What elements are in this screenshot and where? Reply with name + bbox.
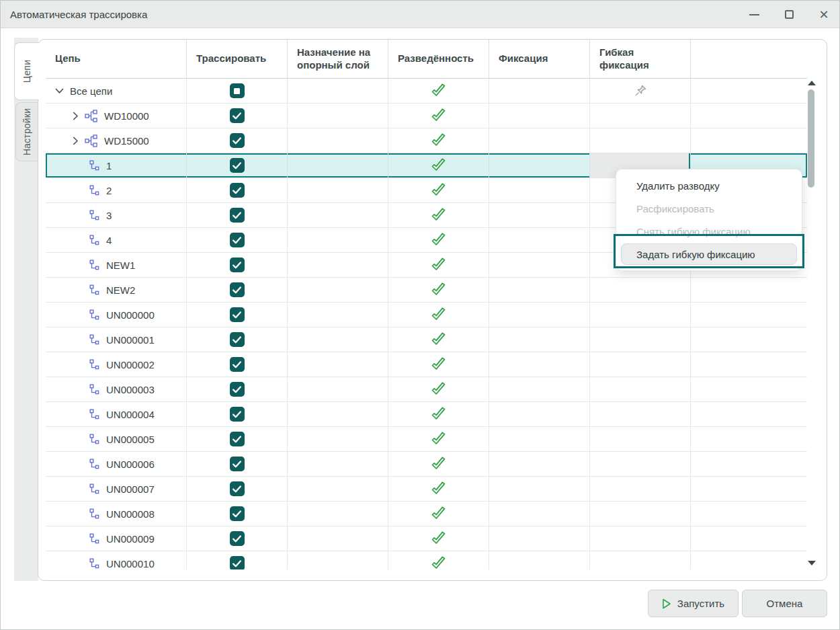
route-checkbox[interactable]	[230, 183, 245, 198]
cell-fixation[interactable]	[489, 377, 590, 401]
route-checkbox[interactable]	[230, 233, 245, 247]
route-checkbox[interactable]	[230, 481, 245, 496]
table-row[interactable]: UN000001	[46, 327, 807, 352]
cell-reference-layer[interactable]	[288, 402, 388, 426]
tab-settings[interactable]: Настройки	[15, 102, 38, 161]
vertical-scrollbar[interactable]	[806, 79, 816, 566]
cell-flexible-fixation[interactable]	[590, 551, 691, 569]
cell-fixation[interactable]	[489, 203, 590, 227]
table-row[interactable]: UN000000	[46, 303, 807, 327]
cell-flexible-fixation[interactable]	[590, 477, 691, 501]
cell-reference-layer[interactable]	[288, 178, 388, 202]
minimize-button[interactable]	[745, 6, 763, 24]
cell-reference-layer[interactable]	[288, 502, 388, 526]
cell-reference-layer[interactable]	[288, 79, 388, 103]
cell-fixation[interactable]	[489, 79, 590, 103]
route-checkbox[interactable]	[230, 457, 245, 471]
cell-fixation[interactable]	[489, 327, 590, 352]
scroll-up-icon[interactable]	[808, 81, 816, 85]
cell-fixation[interactable]	[489, 402, 590, 426]
close-button[interactable]: ✕	[815, 6, 833, 24]
cell-reference-layer[interactable]	[288, 203, 388, 227]
table-row[interactable]: UN000005	[46, 427, 807, 452]
table-row[interactable]: UN000004	[46, 402, 807, 427]
route-checkbox[interactable]	[230, 108, 245, 123]
cell-fixation[interactable]	[489, 303, 590, 327]
route-checkbox[interactable]	[230, 258, 245, 272]
route-checkbox[interactable]	[230, 531, 245, 546]
route-checkbox[interactable]	[230, 556, 245, 569]
cell-flexible-fixation[interactable]	[590, 352, 691, 377]
context-menu-item[interactable]: Задать гибкую фиксацию	[616, 243, 802, 266]
cell-fixation[interactable]	[489, 477, 590, 501]
cell-reference-layer[interactable]	[288, 477, 388, 501]
run-button[interactable]: Запустить	[648, 590, 739, 617]
cell-reference-layer[interactable]	[288, 551, 388, 569]
route-checkbox[interactable]	[230, 83, 245, 98]
cell-fixation[interactable]	[489, 278, 590, 302]
cell-flexible-fixation[interactable]	[590, 327, 691, 352]
cell-reference-layer[interactable]	[288, 526, 388, 551]
cell-fixation[interactable]	[489, 153, 590, 178]
cell-flexible-fixation[interactable]	[590, 452, 691, 476]
chevron-right-icon[interactable]	[73, 112, 79, 120]
cell-reference-layer[interactable]	[288, 427, 388, 451]
route-checkbox[interactable]	[230, 158, 245, 173]
table-row[interactable]: UN000009	[46, 526, 807, 551]
cell-flexible-fixation[interactable]	[590, 303, 691, 327]
route-checkbox[interactable]	[230, 133, 245, 148]
cell-fixation[interactable]	[489, 502, 590, 526]
cell-reference-layer[interactable]	[288, 352, 388, 377]
route-checkbox[interactable]	[230, 432, 245, 446]
cell-flexible-fixation[interactable]	[590, 104, 691, 128]
cell-reference-layer[interactable]	[288, 253, 388, 277]
table-row[interactable]: UN000010	[46, 551, 807, 569]
cell-reference-layer[interactable]	[288, 377, 388, 401]
table-row[interactable]: NEW2	[46, 278, 807, 303]
table-row[interactable]: UN000002	[46, 352, 807, 377]
route-checkbox[interactable]	[230, 282, 245, 297]
cell-flexible-fixation[interactable]	[590, 79, 691, 103]
table-row[interactable]: WD15000	[46, 128, 807, 153]
table-row[interactable]: UN000007	[46, 477, 807, 502]
chevron-down-icon[interactable]	[55, 88, 64, 94]
cell-fixation[interactable]	[489, 104, 590, 128]
table-row[interactable]: UN000003	[46, 377, 807, 402]
cell-reference-layer[interactable]	[288, 228, 388, 252]
maximize-button[interactable]	[780, 6, 798, 24]
route-checkbox[interactable]	[230, 407, 245, 422]
table-row[interactable]: WD10000	[46, 104, 807, 128]
route-checkbox[interactable]	[230, 208, 245, 223]
cell-flexible-fixation[interactable]	[590, 526, 691, 551]
cell-fixation[interactable]	[489, 551, 590, 569]
route-checkbox[interactable]	[230, 382, 245, 397]
cell-reference-layer[interactable]	[288, 128, 388, 153]
cell-flexible-fixation[interactable]	[590, 427, 691, 451]
scroll-down-icon[interactable]	[808, 561, 816, 565]
table-row[interactable]: UN000008	[46, 502, 807, 526]
route-checkbox[interactable]	[230, 357, 245, 372]
route-checkbox[interactable]	[230, 506, 245, 521]
cell-reference-layer[interactable]	[288, 278, 388, 302]
cell-fixation[interactable]	[489, 228, 590, 252]
chevron-right-icon[interactable]	[73, 136, 79, 145]
cell-fixation[interactable]	[489, 427, 590, 451]
cell-fixation[interactable]	[489, 526, 590, 551]
table-row[interactable]: Все цепи	[46, 79, 807, 104]
cell-fixation[interactable]	[489, 352, 590, 377]
table-row[interactable]: UN000006	[46, 452, 807, 477]
cell-reference-layer[interactable]	[288, 452, 388, 476]
cancel-button[interactable]: Отмена	[742, 590, 827, 617]
cell-fixation[interactable]	[489, 128, 590, 153]
cell-reference-layer[interactable]	[288, 104, 388, 128]
tab-nets[interactable]: Цепи	[14, 42, 39, 100]
scrollbar-thumb[interactable]	[808, 89, 814, 188]
route-checkbox[interactable]	[230, 307, 245, 322]
cell-flexible-fixation[interactable]	[590, 377, 691, 401]
cell-reference-layer[interactable]	[288, 153, 388, 178]
cell-flexible-fixation[interactable]	[590, 502, 691, 526]
cell-flexible-fixation[interactable]	[590, 278, 691, 302]
cell-reference-layer[interactable]	[288, 327, 388, 352]
cell-fixation[interactable]	[489, 178, 590, 202]
cell-fixation[interactable]	[489, 253, 590, 277]
